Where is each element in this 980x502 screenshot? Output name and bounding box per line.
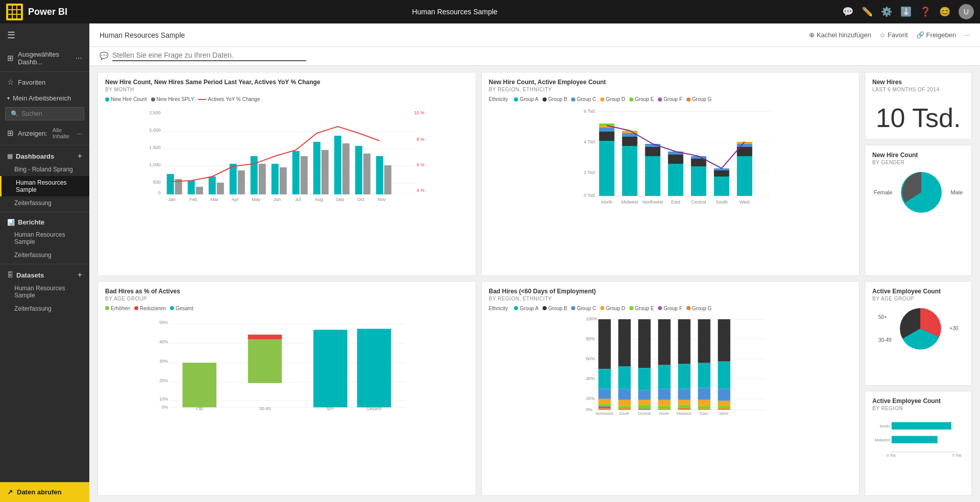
- svg-rect-29: [313, 142, 321, 194]
- svg-text:60%: 60%: [585, 356, 595, 361]
- svg-rect-56: [599, 141, 614, 196]
- svg-text:100%: 100%: [585, 316, 597, 321]
- svg-rect-128: [598, 408, 610, 410]
- qa-input[interactable]: [112, 50, 306, 61]
- sidebar-item-hr-dataset[interactable]: Human Resources Sample: [0, 282, 89, 302]
- reports-header[interactable]: 📊 Berichte: [0, 214, 89, 228]
- svg-rect-22: [238, 170, 245, 194]
- more-options-button[interactable]: ···: [964, 31, 970, 39]
- add-tile-button[interactable]: ⊕ Kachel hinzufügen: [809, 31, 871, 39]
- svg-rect-71: [691, 166, 706, 196]
- card-active-age[interactable]: Active Employee Count BY AGE GROUP 50+ 3…: [865, 281, 972, 386]
- add-dataset-icon[interactable]: +: [78, 270, 82, 280]
- card1-legend: New Hire Count New Hires SPLY Actives Yo…: [105, 96, 469, 102]
- card-bad-hires-pct[interactable]: Bad Hires as % of Actives BY AGE GROUP E…: [97, 281, 476, 496]
- svg-rect-122: [598, 319, 610, 369]
- card2-title: New Hire Count, Active Employee Count: [489, 79, 852, 86]
- svg-rect-69: [668, 155, 683, 164]
- sidebar-item-selected-dashboard[interactable]: ⊞ Ausgewähltes Dashb... ···: [0, 47, 89, 69]
- waffle-icon[interactable]: [6, 4, 23, 20]
- svg-text:Northwest: Northwest: [642, 199, 663, 205]
- svg-rect-101: [183, 363, 217, 407]
- svg-rect-146: [658, 409, 670, 410]
- svg-rect-152: [678, 408, 690, 410]
- svg-text:West: West: [739, 199, 750, 205]
- ellipsis-icon2[interactable]: ···: [77, 130, 82, 137]
- svg-text:East: East: [671, 199, 680, 205]
- star-outline-icon: ☆: [879, 31, 886, 39]
- dashboards-header[interactable]: ▦ Dashboards +: [0, 147, 89, 163]
- edit-icon[interactable]: ✏️: [862, 6, 873, 17]
- svg-text:Northwest: Northwest: [595, 411, 614, 416]
- favorite-button[interactable]: ☆ Favorit: [879, 31, 908, 39]
- card4-title: Bad Hires as % of Actives: [105, 288, 469, 295]
- add-dashboard-icon[interactable]: +: [78, 152, 82, 161]
- card-bad-hires-region[interactable]: Bad Hires (<60 Days of Employment) BY RE…: [481, 281, 860, 496]
- settings-icon[interactable]: ⚙️: [881, 6, 892, 17]
- svg-text:2,000: 2,000: [149, 128, 161, 133]
- hamburger-button[interactable]: ☰: [0, 23, 89, 47]
- svg-text:4 Tsd.: 4 Tsd.: [583, 139, 596, 144]
- sidebar-item-zeiterfassung-dataset[interactable]: Zeiterfassung: [0, 302, 89, 315]
- svg-text:<30: <30: [196, 406, 204, 411]
- svg-rect-35: [376, 156, 383, 194]
- svg-rect-158: [698, 409, 710, 410]
- card4-legend: Erhöhen Reduzieren Gesamt: [105, 306, 469, 311]
- sidebar-item-zeiterfassung-dash[interactable]: Zeiterfassung: [0, 196, 89, 210]
- svg-rect-154: [698, 363, 710, 388]
- share-button[interactable]: 🔗 Freigeben: [916, 31, 957, 39]
- svg-rect-129: [618, 319, 630, 366]
- download-icon[interactable]: ⬇️: [900, 6, 912, 17]
- card-new-hire-gender[interactable]: New Hire Count BY GENDER Female Male: [865, 145, 972, 276]
- svg-text:Jun: Jun: [273, 197, 281, 202]
- card-active-region[interactable]: Active Employee Count BY REGION North Mi…: [865, 391, 972, 496]
- svg-rect-163: [718, 406, 730, 408]
- sidebar-item-hr-report[interactable]: Human Resources Sample: [0, 228, 89, 248]
- svg-rect-123: [598, 369, 610, 389]
- help-icon[interactable]: ❓: [920, 6, 931, 17]
- search-box[interactable]: 🔍 Suchen: [5, 107, 84, 120]
- dashboard-section-icon: ▦: [7, 153, 13, 160]
- svg-text:6 %: 6 %: [416, 162, 425, 167]
- card-new-hires-total[interactable]: New Hires LAST 6 MONTHS OF 2014 10 Tsd.: [865, 72, 972, 140]
- legend-erhohen: Erhöhen: [105, 306, 130, 311]
- legend-grp-d: Group D: [600, 96, 625, 102]
- svg-text:30%: 30%: [159, 359, 168, 364]
- svg-text:North: North: [879, 424, 890, 429]
- svg-rect-162: [718, 400, 730, 406]
- legend-grp-a: Group A: [514, 96, 538, 102]
- svg-rect-144: [658, 399, 670, 406]
- datasets-header[interactable]: 🗄 Datasets +: [0, 266, 89, 282]
- svg-rect-28: [301, 156, 308, 194]
- sidebar-item-hr-dashboard[interactable]: Human Resources Sample: [0, 176, 89, 196]
- chat-icon[interactable]: 💬: [842, 6, 853, 17]
- svg-rect-147: [678, 319, 690, 364]
- sidebar-item-zeiterfassung-report[interactable]: Zeiterfassung: [0, 248, 89, 262]
- ellipsis-icon: ···: [964, 31, 970, 39]
- get-data-button[interactable]: ↗ Daten abrufen: [0, 482, 89, 502]
- main-layout: ☰ ⊞ Ausgewähltes Dashb... ··· ☆ Favorite…: [0, 23, 980, 502]
- card-new-hire-month[interactable]: New Hire Count, New Hires Same Period La…: [97, 72, 476, 276]
- svg-rect-157: [698, 406, 710, 409]
- dashboards-label: Dashboards: [16, 153, 54, 160]
- sidebar-item-favorites[interactable]: ☆ Favoriten: [0, 74, 89, 90]
- svg-rect-149: [678, 389, 690, 399]
- svg-rect-148: [678, 364, 690, 389]
- selected-dashboard-label: Ausgewähltes Dashb...: [18, 51, 71, 66]
- svg-rect-156: [698, 399, 710, 406]
- smiley-icon[interactable]: 😊: [939, 6, 950, 17]
- show-value: Alle Inhalte: [53, 127, 72, 139]
- avatar[interactable]: U: [959, 4, 974, 19]
- card-new-hire-region[interactable]: New Hire Count, Active Employee Count BY…: [481, 72, 860, 276]
- my-workspace-header[interactable]: ▾ Mein Arbeitsbereich: [0, 90, 89, 104]
- svg-text:20%: 20%: [585, 395, 595, 400]
- app-name: Power BI: [28, 7, 67, 17]
- sidebar-item-bing[interactable]: Bing - Roland Sprang: [0, 163, 89, 176]
- svg-rect-31: [334, 136, 341, 194]
- sidebar-item-show-all[interactable]: ⊞ Anzeigen: Alle Inhalte ···: [0, 123, 89, 143]
- ellipsis-icon[interactable]: ···: [76, 54, 82, 63]
- legend-grp-c: Group C: [571, 96, 596, 102]
- right-panel-bottom: Active Employee Count BY AGE GROUP 50+ 3…: [865, 281, 972, 496]
- svg-text:Aug: Aug: [315, 197, 323, 202]
- app-logo[interactable]: Power BI: [6, 4, 67, 20]
